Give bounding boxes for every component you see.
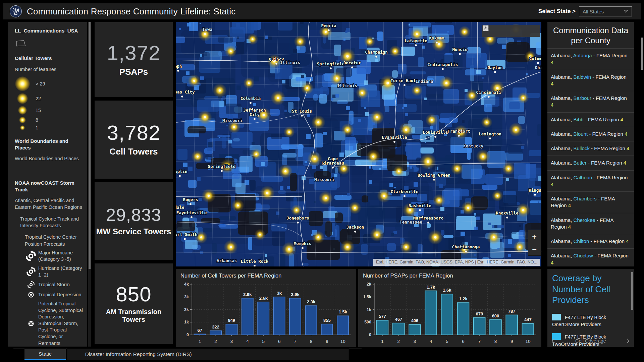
svg-text:2k: 2k xyxy=(367,282,371,287)
svg-text:Fayetteville: Fayetteville xyxy=(176,210,207,215)
legend-storm-item: Major Hurricane (Category 3 -5) xyxy=(25,250,83,263)
svg-text:Jonesboro: Jonesboro xyxy=(286,216,309,221)
svg-text:5: 5 xyxy=(446,339,448,344)
legend-size-class: > 29 xyxy=(15,75,83,92)
legend-size-label: 22 xyxy=(36,95,41,102)
svg-text:4k: 4k xyxy=(184,282,189,287)
home-icon[interactable] xyxy=(495,25,506,36)
county-row[interactable]: Alabama, Choctaw - FEMA Region 4 xyxy=(547,248,634,266)
stat-panel-mw-service-towers: 29,833 MW Service Towers xyxy=(95,182,173,260)
county-row[interactable]: Alabama, Butler - FEMA Region 4 xyxy=(547,156,634,170)
svg-text:500: 500 xyxy=(364,320,371,324)
bar-region-6[interactable] xyxy=(274,297,285,335)
legend-storm-item: Tropical Depression xyxy=(25,291,83,298)
svg-text:Dayton: Dayton xyxy=(487,65,502,70)
svg-text:2.9k: 2.9k xyxy=(291,292,300,297)
svg-text:Joplin: Joplin xyxy=(176,169,187,174)
bar-region-3[interactable] xyxy=(226,324,237,335)
map-canvas-svg: IowaPeoriaLafayetteKokomoMuncieChampaign… xyxy=(176,22,541,266)
svg-text:855: 855 xyxy=(323,318,331,323)
coverage-legend-item: F477 LTE By Block OnerOrMore Providers xyxy=(552,314,629,329)
tab-static[interactable]: Static xyxy=(24,349,66,360)
svg-text:Columbia: Columbia xyxy=(240,96,261,101)
bar-region-2[interactable] xyxy=(210,331,221,335)
svg-text:2k: 2k xyxy=(184,307,189,312)
bar-region-4[interactable] xyxy=(242,298,253,335)
bar-region-1[interactable] xyxy=(377,320,388,335)
zoom-out-button[interactable]: − xyxy=(528,243,541,256)
legend-storm-item: Hurricane (Category 1 -2) xyxy=(25,265,83,278)
legend-size-class: 1 xyxy=(15,124,83,131)
svg-text:Frankfort: Frankfort xyxy=(447,129,470,134)
county-scrollbar-thumb[interactable] xyxy=(641,38,643,70)
county-row[interactable]: Alabama, Cherokee - FEMA Region 4 xyxy=(547,213,634,234)
svg-text:Ohi: Ohi xyxy=(535,65,541,70)
svg-text:Kings: Kings xyxy=(529,188,541,193)
svg-text:447: 447 xyxy=(524,317,532,322)
svg-text:849: 849 xyxy=(228,318,235,323)
zoom-in-button[interactable]: + xyxy=(528,230,541,243)
chevron-right-icon[interactable] xyxy=(623,338,634,344)
county-row[interactable]: Alabama, Baldwin - FEMA Region 4 xyxy=(547,70,634,91)
legend-storm-item: Tropical Storm xyxy=(25,281,83,289)
bar-region-10[interactable] xyxy=(522,323,534,335)
map[interactable]: IowaPeoriaLafayetteKokomoMuncieChampaign… xyxy=(176,22,541,266)
chevron-down-icon xyxy=(624,10,628,13)
chevron-left-icon[interactable] xyxy=(547,338,559,344)
bar-region-7[interactable] xyxy=(474,318,485,335)
bar-region-8[interactable] xyxy=(305,306,317,335)
legend-storm-label: Tropical Depression xyxy=(38,292,81,298)
svg-text:Lexington: Lexington xyxy=(479,131,501,136)
tab-disaster-information-reporting-system-dirs[interactable]: Disaster Information Reporting System (D… xyxy=(67,349,349,360)
bar-region-1[interactable] xyxy=(194,334,206,335)
county-row[interactable]: Alabama, Barbour - FEMA Region 4 xyxy=(547,91,634,112)
svg-text:1k: 1k xyxy=(184,320,189,324)
svg-text:Missouri: Missouri xyxy=(314,177,335,182)
legend-icon[interactable] xyxy=(506,25,517,36)
legend-storm-label: Hurricane (Category 1 -2) xyxy=(38,265,83,278)
svg-text:8: 8 xyxy=(310,339,313,344)
county-row[interactable]: Alabama, Bullock - FEMA Region 4 xyxy=(547,141,634,156)
svg-text:Kokomo: Kokomo xyxy=(429,36,444,41)
bar-region-5[interactable] xyxy=(258,302,269,335)
scrollbar-thumb[interactable] xyxy=(89,22,91,269)
bar-region-4[interactable] xyxy=(425,291,437,335)
bar-region-6[interactable] xyxy=(458,303,469,335)
county-row[interactable]: Alabama, Calhoun - FEMA Region 4 xyxy=(547,170,634,192)
svg-text:4: 4 xyxy=(246,339,249,344)
layers-icon[interactable] xyxy=(517,25,527,36)
svg-text:67: 67 xyxy=(197,328,202,333)
county-row[interactable]: Alabama, Blount - FEMA Region 4 xyxy=(547,127,634,141)
bar-region-10[interactable] xyxy=(337,316,348,335)
county-row[interactable]: Alabama, Chilton - FEMA Region 4 xyxy=(547,234,634,248)
map-toolbar xyxy=(482,25,540,37)
stat-value: 850 xyxy=(116,284,151,305)
svg-text:6: 6 xyxy=(278,339,281,344)
legend-scrollbar[interactable] xyxy=(88,22,91,347)
basemap-icon[interactable] xyxy=(527,25,538,36)
state-dropdown[interactable]: All States xyxy=(579,6,632,16)
legend-size-label: 8 xyxy=(36,117,38,123)
svg-text:Indianapolis: Indianapolis xyxy=(428,62,458,67)
bar-region-9[interactable] xyxy=(506,315,518,335)
svg-text:3: 3 xyxy=(414,339,416,344)
coverage-scrollbar-thumb[interactable] xyxy=(631,272,633,310)
bar-region-8[interactable] xyxy=(490,320,501,335)
stat-value: 3,782 xyxy=(107,122,160,143)
svg-text:Number of PSAPs per FEMA Regio: Number of PSAPs per FEMA Region xyxy=(363,273,453,279)
legend-size-label: 1 xyxy=(36,124,38,131)
county-row[interactable]: Alabama, Bibb - FEMA Region 4 xyxy=(547,112,634,127)
county-row[interactable]: Alabama, Chambers - FEMA Region 4 xyxy=(547,191,634,213)
bar-region-2[interactable] xyxy=(393,323,405,335)
svg-text:Indiana: Indiana xyxy=(416,79,433,84)
polygon-outline-icon xyxy=(15,39,83,49)
bar-region-3[interactable] xyxy=(409,324,421,335)
bar-region-5[interactable] xyxy=(441,294,453,335)
bar-region-9[interactable] xyxy=(321,324,333,335)
svg-text:Jackson: Jackson xyxy=(346,225,364,230)
svg-text:Rogers: Rogers xyxy=(183,197,198,202)
svg-text:467: 467 xyxy=(395,317,402,322)
county-row[interactable]: Alabama, Autauga - FEMA Region 4 xyxy=(547,48,634,70)
svg-text:Little Rock: Little Rock xyxy=(241,259,269,264)
bar-region-7[interactable] xyxy=(289,298,301,335)
